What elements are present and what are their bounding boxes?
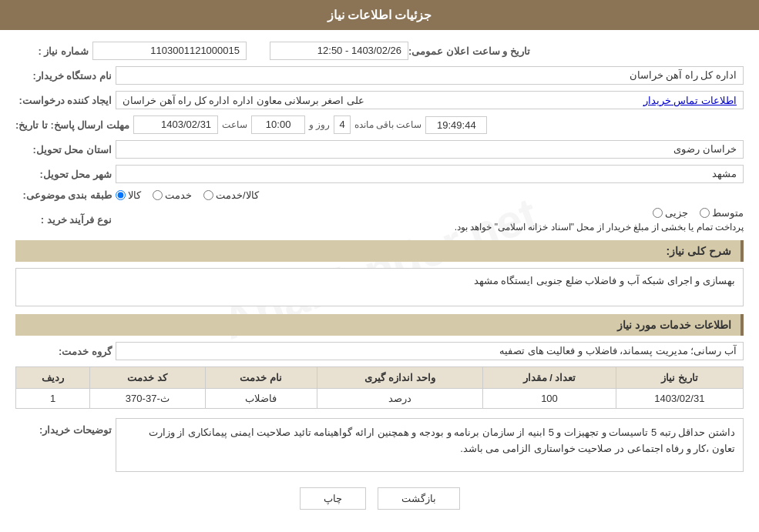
send-time-label: ساعت [222,119,247,130]
province-label: استان محل تحویل: [15,144,116,156]
need-number-row: تاریخ و ساعت اعلان عمومی: 1403/02/26 - 1… [15,42,744,60]
send-days-value: 4 [334,115,350,134]
send-date-row: 19:49:44 ساعت باقی مانده 4 روز و 10:00 س… [15,115,744,134]
process-group: متوسط جزیی [116,207,744,219]
group-service-label: گروه خدمت: [15,346,116,357]
requester-row: اطلاعات تماس خریدار علی اصغر برسلانی معا… [15,91,744,109]
cell-unit: درصد [317,389,483,409]
city-label: شهر محل تحویل: [15,169,116,180]
process-option-1: جزیی [653,207,688,219]
process-description: پرداخت تمام یا بخشی از مبلغ خریدار از مح… [116,222,744,233]
cell-qty: 100 [483,389,616,409]
service-table: تاریخ نیاز تعداد / مقدار واحد اندازه گیر… [15,366,744,409]
table-row: 1403/02/31 100 درصد فاضلاب ث-37-370 1 [16,389,744,409]
description-row: بهسازی و اجرای شبکه آب و فاضلاب ضلع جنوب… [15,268,744,306]
process-label: نوع فرآیند خرید : [15,214,116,226]
group-service-value: آب رسانی؛ مدیریت پسماند، فاضلاب و فعالیت… [116,342,744,360]
buyer-notes-value: داشتن حداقل رتبه 5 تاسیسات و تجهیزات و 5… [116,418,744,472]
description-section-title: شرح کلی نیاز: [15,240,744,262]
buyer-org-label: نام دستگاه خریدار: [15,70,116,82]
button-row: بازگشت چاپ [15,487,744,525]
process-row: متوسط جزیی پرداخت تمام یا بخشی از مبلغ خ… [15,207,744,233]
group-service-row: آب رسانی؛ مدیریت پسماند، فاضلاب و فعالیت… [15,342,744,360]
col-header-name: نام خدمت [205,367,317,389]
back-button[interactable]: بازگشت [378,487,460,510]
service-section-title: اطلاعات خدمات مورد نیاز [15,314,744,336]
send-time-value: 10:00 [251,115,305,134]
category-option-1: کالا [116,189,141,201]
category-option-3: کالا/خدمت [203,189,259,201]
page-title: جزئیات اطلاعات نیاز [327,8,432,22]
province-row: خراسان رضوی استان محل تحویل: [15,140,744,159]
requester-value: علی اصغر برسلانی معاون اداره اداره کل را… [123,95,364,106]
col-header-date: تاریخ نیاز [616,367,743,389]
col-header-row: ردیف [16,367,90,389]
cell-name: فاضلاب [205,389,317,409]
description-value: بهسازی و اجرای شبکه آب و فاضلاب ضلع جنوب… [15,268,744,306]
category-option-2: خدمت [153,189,192,201]
requester-link[interactable]: اطلاعات تماس خریدار [643,95,737,106]
buyer-org-row: اداره کل راه آهن خراسان نام دستگاه خریدا… [15,66,744,85]
process-option-2: متوسط [700,207,744,219]
cell-date: 1403/02/31 [616,389,743,409]
need-number-value: 1103001121000015 [92,42,247,60]
send-date-value: 1403/02/31 [133,115,218,134]
page-header: جزئیات اطلاعات نیاز [0,0,759,30]
need-number-label: شماره نیاز : [15,45,92,57]
requester-label: ایجاد کننده درخواست: [15,95,116,106]
announcement-label: تاریخ و ساعت اعلان عمومی: [408,45,534,57]
city-value: مشهد [116,165,744,183]
category-label: طبقه بندی موضوعی: [15,189,116,201]
province-value: خراسان رضوی [116,140,744,159]
col-header-qty: تعداد / مقدار [483,367,616,389]
send-countdown-value: 19:49:44 [425,116,487,134]
send-days-label: روز و [309,119,330,130]
category-row: کالا/خدمت خدمت کالا طبقه بندی موضوعی: [15,189,744,201]
send-date-label: مهلت ارسال پاسخ: تا تاریخ: [15,119,133,131]
print-button[interactable]: چاپ [300,487,366,510]
cell-code: ث-37-370 [90,389,205,409]
buyer-notes-label: توضیحات خریدار: [15,418,116,436]
send-countdown-label: ساعت باقی مانده [354,119,422,130]
city-row: مشهد شهر محل تحویل: [15,165,744,183]
buyer-notes-row: داشتن حداقل رتبه 5 تاسیسات و تجهیزات و 5… [15,418,744,472]
category-group: کالا/خدمت خدمت کالا [116,189,259,201]
buyer-org-value: اداره کل راه آهن خراسان [116,66,744,85]
col-header-unit: واحد اندازه گیری [317,367,483,389]
cell-row: 1 [16,389,90,409]
table-header-row: تاریخ نیاز تعداد / مقدار واحد اندازه گیر… [16,367,744,389]
announcement-value: 1403/02/26 - 12:50 [270,42,408,60]
col-header-code: کد خدمت [90,367,205,389]
